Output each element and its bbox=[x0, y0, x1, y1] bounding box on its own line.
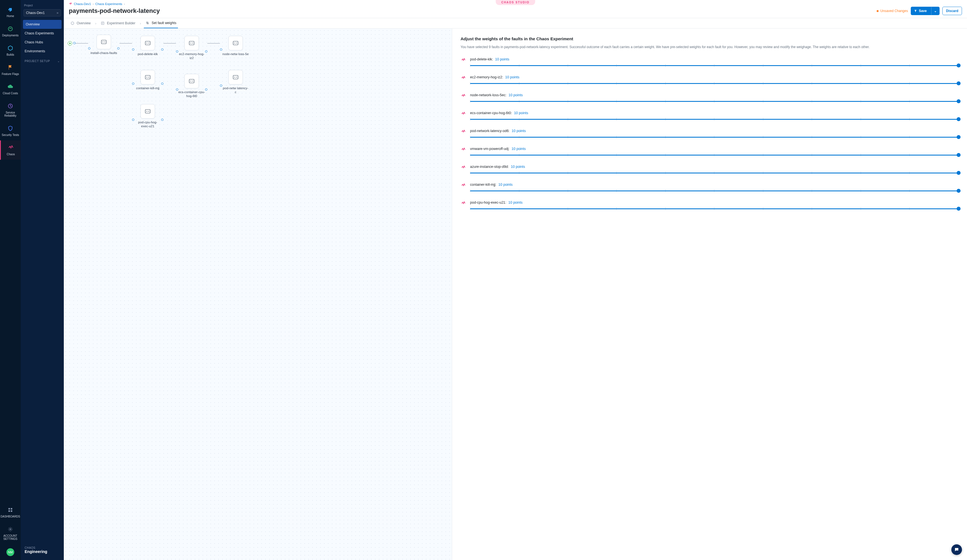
slider-thumb[interactable] bbox=[957, 153, 960, 157]
slider-thumb[interactable] bbox=[957, 64, 960, 68]
weight-slider[interactable] bbox=[470, 189, 959, 193]
svg-rect-3 bbox=[11, 508, 12, 509]
sidebar-item-chaos-hubs[interactable]: Chaos Hubs bbox=[21, 38, 64, 47]
chaos-icon bbox=[460, 75, 466, 81]
weight-slider[interactable] bbox=[470, 117, 959, 122]
svg-point-32 bbox=[234, 77, 235, 78]
project-setup-toggle[interactable]: PROJECT SETUP ⌄ bbox=[21, 56, 64, 64]
tab-experiment-builder[interactable]: Experiment Builder bbox=[99, 18, 137, 28]
rail-dashboards[interactable]: DASHBOARDS bbox=[0, 502, 21, 522]
weight-slider[interactable] bbox=[470, 81, 959, 86]
rail-builds[interactable]: Builds bbox=[0, 41, 21, 60]
weight-slider[interactable] bbox=[470, 153, 959, 158]
rail-home[interactable]: Home bbox=[0, 2, 21, 21]
svg-point-18 bbox=[148, 77, 149, 78]
svg-point-21 bbox=[148, 111, 149, 112]
fault-row: container-kill-mjj: 10 points bbox=[460, 180, 959, 198]
fault-row: vmware-vm-poweroff-udj: 10 points bbox=[460, 144, 959, 162]
svg-point-27 bbox=[192, 81, 193, 82]
flow-node[interactable]: ecs-container-cpu-hog-6t0 bbox=[178, 74, 205, 98]
slider-thumb[interactable] bbox=[957, 99, 960, 103]
fault-name: ecs-container-cpu-hog-6t0: bbox=[470, 111, 512, 115]
rail-label: Security Tests bbox=[2, 133, 19, 137]
breadcrumb-link[interactable]: Chaos Experiments bbox=[96, 2, 122, 6]
slider-thumb[interactable] bbox=[957, 171, 960, 175]
rail-deployments[interactable]: Deployments bbox=[0, 21, 21, 41]
chevron-right-icon: › bbox=[124, 2, 125, 6]
slider-thumb[interactable] bbox=[957, 81, 960, 85]
sidebar-item-chaos-experiments[interactable]: Chaos Experiments bbox=[21, 29, 64, 38]
chaos-icon bbox=[460, 183, 466, 188]
weight-slider[interactable] bbox=[470, 99, 959, 104]
chaos-icon bbox=[460, 111, 466, 117]
fault-name: ec2-memory-hog-iz2: bbox=[470, 75, 503, 79]
svg-point-30 bbox=[236, 43, 237, 44]
cloud-icon bbox=[7, 83, 14, 90]
play-button[interactable] bbox=[68, 41, 72, 46]
fault-name: pod-delete-klk: bbox=[470, 58, 493, 61]
dashboards-icon bbox=[7, 507, 14, 513]
chat-fab[interactable] bbox=[951, 544, 962, 555]
fault-row: pod-network-latency-od6: 10 points bbox=[460, 126, 959, 144]
fault-row: ecs-container-cpu-hog-6t0: 10 points bbox=[460, 108, 959, 126]
slider-thumb[interactable] bbox=[957, 207, 960, 211]
chaos-icon bbox=[460, 165, 466, 170]
chaos-icon bbox=[460, 93, 466, 99]
project-selector[interactable]: Chaos-Dev1 » bbox=[23, 9, 61, 16]
sidebar-item-environments[interactable]: Environments bbox=[21, 47, 64, 56]
tab-set-fault-weights[interactable]: Set fault weights bbox=[144, 18, 178, 28]
rail-cloud-costs[interactable]: Cloud Costs bbox=[0, 79, 21, 99]
fault-icon bbox=[100, 38, 107, 46]
avatar[interactable]: NM bbox=[7, 548, 14, 556]
rail-security-tests[interactable]: Security Tests bbox=[0, 121, 21, 140]
save-button[interactable]: Save ⌄ bbox=[911, 7, 940, 15]
chevron-right-icon: › bbox=[140, 21, 141, 25]
rail-service-reliability[interactable]: Service Reliability bbox=[0, 99, 21, 121]
fault-name: pod-cpu-hog-exec-u21: bbox=[470, 201, 506, 204]
svg-rect-28 bbox=[233, 41, 238, 45]
flow-node[interactable]: pod-netw latency-c bbox=[222, 70, 249, 94]
rail-feature-flags[interactable]: Feature Flags bbox=[0, 60, 21, 79]
flow-canvas[interactable]: install-chaos-faults pod-delete-klk bbox=[64, 28, 452, 560]
discard-button[interactable]: Discard bbox=[942, 7, 962, 15]
sidebar-item-overview[interactable]: Overview bbox=[23, 20, 61, 29]
fault-points: 10 points bbox=[508, 93, 523, 97]
svg-point-9 bbox=[147, 23, 148, 24]
main: CHAOS STUDIO Chaos-Dev1 › Chaos Experime… bbox=[64, 0, 967, 560]
flow-node[interactable]: pod-cpu-hog-exec-u21 bbox=[134, 104, 161, 128]
weight-slider[interactable] bbox=[470, 64, 959, 68]
rail-chaos[interactable]: Chaos bbox=[0, 140, 21, 160]
flow-node[interactable]: install-chaos-faults bbox=[91, 35, 117, 55]
slider-thumb[interactable] bbox=[957, 189, 960, 193]
weight-slider[interactable] bbox=[470, 207, 959, 211]
header-actions: Unsaved Changes Save ⌄ Discard bbox=[876, 7, 962, 15]
deployments-icon bbox=[7, 25, 14, 32]
svg-point-23 bbox=[190, 43, 191, 44]
filter-icon bbox=[914, 9, 917, 13]
fault-name: pod-network-latency-od6: bbox=[470, 129, 510, 133]
fault-name: vmware-vm-poweroff-udj: bbox=[470, 147, 510, 151]
rail-label: Cloud Costs bbox=[3, 92, 18, 95]
slider-thumb[interactable] bbox=[957, 117, 960, 121]
svg-rect-4 bbox=[8, 511, 10, 512]
svg-point-20 bbox=[146, 111, 147, 112]
weight-slider[interactable] bbox=[470, 171, 959, 175]
flow-node[interactable]: pod-delete-klk bbox=[134, 36, 161, 56]
slider-thumb[interactable] bbox=[957, 135, 960, 139]
rail-label: Deployments bbox=[2, 34, 18, 37]
flow-node[interactable]: node-netw loss-5e bbox=[222, 36, 249, 56]
fault-row: pod-cpu-hog-exec-u21: 10 points bbox=[460, 198, 959, 216]
breadcrumb-link[interactable]: Chaos-Dev1 bbox=[74, 2, 91, 6]
chaos-icon bbox=[460, 58, 466, 63]
flow-node[interactable]: ec2-memory-hog-iz2 bbox=[178, 36, 205, 60]
svg-point-0 bbox=[8, 27, 13, 31]
flow-node[interactable]: container-kill-mjj bbox=[134, 70, 161, 90]
svg-point-12 bbox=[104, 42, 105, 43]
tab-overview[interactable]: Overview bbox=[69, 18, 92, 28]
weight-slider[interactable] bbox=[470, 135, 959, 140]
rail-label: Feature Flags bbox=[2, 72, 19, 76]
svg-point-24 bbox=[192, 43, 193, 44]
rail-account-settings[interactable]: ACCOUNT SETTINGS bbox=[0, 522, 21, 544]
chevron-down-icon[interactable]: ⌄ bbox=[931, 7, 939, 15]
chaos-icon bbox=[460, 147, 466, 152]
